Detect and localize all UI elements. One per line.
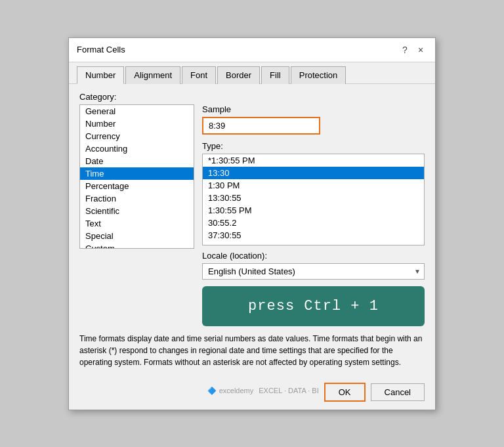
right-panel: Sample 8:39 Type: *1:30:55 PM 13:30 1:30… bbox=[202, 104, 425, 326]
tab-font[interactable]: Font bbox=[182, 66, 216, 84]
type-list[interactable]: *1:30:55 PM 13:30 1:30 PM 13:30:55 1:30:… bbox=[202, 154, 425, 245]
sample-value: 8:39 bbox=[202, 117, 320, 135]
category-item-number[interactable]: Number bbox=[80, 117, 194, 130]
category-panel: General Number Currency Accounting Date … bbox=[79, 104, 194, 326]
dialog-title: Format Cells bbox=[77, 45, 125, 54]
category-item-accounting[interactable]: Accounting bbox=[80, 142, 194, 155]
category-item-currency[interactable]: Currency bbox=[80, 130, 194, 142]
category-item-text[interactable]: Text bbox=[80, 217, 194, 230]
sample-label: Sample bbox=[202, 104, 425, 114]
type-item-5[interactable]: 30:55.2 bbox=[203, 217, 424, 229]
type-section: Type: *1:30:55 PM 13:30 1:30 PM 13:30:55… bbox=[202, 141, 425, 245]
category-item-general[interactable]: General bbox=[80, 105, 194, 117]
title-controls: ? × bbox=[398, 43, 427, 56]
close-button[interactable]: × bbox=[414, 43, 427, 56]
watermark-tagline: EXCEL · DATA · BI bbox=[259, 387, 319, 394]
tab-protection[interactable]: Protection bbox=[291, 66, 346, 84]
category-item-date[interactable]: Date bbox=[80, 155, 194, 167]
category-item-special[interactable]: Special bbox=[80, 230, 194, 242]
sample-section: Sample 8:39 bbox=[202, 104, 425, 135]
type-item-1[interactable]: 13:30 bbox=[203, 167, 424, 179]
category-item-percentage[interactable]: Percentage bbox=[80, 180, 194, 192]
category-item-scientific[interactable]: Scientific bbox=[80, 205, 194, 217]
tab-fill[interactable]: Fill bbox=[261, 66, 289, 84]
category-label: Category: bbox=[79, 92, 425, 102]
category-item-fraction[interactable]: Fraction bbox=[80, 192, 194, 205]
cancel-button[interactable]: Cancel bbox=[371, 383, 425, 401]
type-item-4[interactable]: 1:30:55 PM bbox=[203, 204, 424, 217]
tabs-bar: Number Alignment Font Border Fill Protec… bbox=[69, 62, 435, 84]
category-item-time[interactable]: Time bbox=[80, 167, 194, 180]
type-item-6[interactable]: 37:30:55 bbox=[203, 229, 424, 242]
description-area: Time formats display date and time seria… bbox=[79, 326, 425, 368]
type-item-0[interactable]: *1:30:55 PM bbox=[203, 154, 424, 167]
locale-select[interactable]: English (United States) bbox=[202, 263, 425, 280]
type-item-2[interactable]: 1:30 PM bbox=[203, 179, 424, 192]
watermark-icon: 🔷 bbox=[207, 387, 217, 395]
watermark: 🔷 exceldemy EXCEL · DATA · BI bbox=[207, 384, 319, 400]
category-item-custom[interactable]: Custom bbox=[80, 242, 194, 249]
tab-border[interactable]: Border bbox=[217, 66, 260, 84]
main-row: General Number Currency Accounting Date … bbox=[79, 104, 425, 326]
category-list[interactable]: General Number Currency Accounting Date … bbox=[79, 104, 194, 249]
shortcut-text: press Ctrl + 1 bbox=[248, 298, 379, 314]
tab-alignment[interactable]: Alignment bbox=[125, 66, 180, 84]
shortcut-banner: press Ctrl + 1 bbox=[202, 286, 425, 326]
help-button[interactable]: ? bbox=[398, 43, 411, 56]
watermark-site: exceldemy bbox=[219, 387, 254, 394]
locale-section: Locale (location): English (United State… bbox=[202, 251, 425, 280]
type-item-3[interactable]: 13:30:55 bbox=[203, 192, 424, 204]
locale-label: Locale (location): bbox=[202, 251, 425, 261]
ok-button[interactable]: OK bbox=[324, 383, 366, 402]
title-bar: Format Cells ? × bbox=[69, 38, 435, 62]
format-cells-dialog: Format Cells ? × Number Alignment Font B… bbox=[68, 37, 436, 410]
locale-wrapper: English (United States) bbox=[202, 263, 425, 280]
type-label: Type: bbox=[202, 141, 425, 151]
title-bar-left: Format Cells bbox=[77, 45, 125, 54]
footer: 🔷 exceldemy EXCEL · DATA · BI OK Cancel bbox=[69, 376, 435, 410]
dialog-body: Category: General Number Currency Accoun… bbox=[69, 84, 435, 376]
tab-number[interactable]: Number bbox=[77, 66, 124, 84]
